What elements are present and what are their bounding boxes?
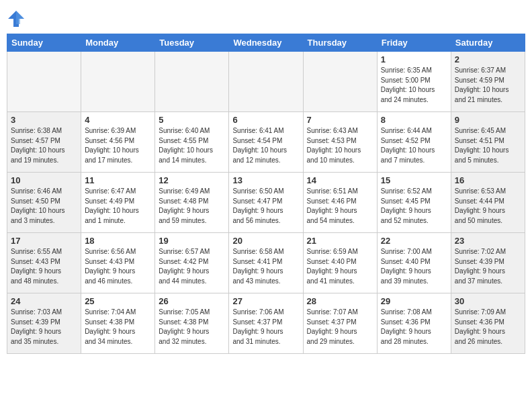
cell-info: Sunrise: 7:09 AM Sunset: 4:36 PM Dayligh… bbox=[455, 308, 521, 347]
cell-info: Sunrise: 6:43 AM Sunset: 4:53 PM Dayligh… bbox=[307, 126, 373, 165]
day-number: 30 bbox=[455, 296, 521, 306]
day-number: 11 bbox=[85, 175, 151, 185]
table-row: 17Sunrise: 6:55 AM Sunset: 4:43 PM Dayli… bbox=[7, 233, 81, 293]
calendar-week-0: 1Sunrise: 6:35 AM Sunset: 5:00 PM Daylig… bbox=[7, 52, 525, 112]
day-number: 13 bbox=[232, 175, 299, 185]
cell-info: Sunrise: 6:44 AM Sunset: 4:52 PM Dayligh… bbox=[381, 126, 447, 165]
page-header bbox=[7, 7, 525, 28]
cell-info: Sunrise: 6:51 AM Sunset: 4:46 PM Dayligh… bbox=[307, 187, 373, 226]
day-number: 3 bbox=[11, 115, 77, 125]
cell-info: Sunrise: 6:49 AM Sunset: 4:48 PM Dayligh… bbox=[159, 187, 225, 226]
day-number: 27 bbox=[232, 296, 299, 306]
table-row bbox=[7, 52, 81, 112]
cell-info: Sunrise: 6:53 AM Sunset: 4:44 PM Dayligh… bbox=[455, 187, 521, 226]
day-number: 10 bbox=[11, 175, 77, 185]
table-row: 14Sunrise: 6:51 AM Sunset: 4:46 PM Dayli… bbox=[303, 173, 377, 233]
logo bbox=[7, 9, 28, 28]
cell-info: Sunrise: 6:45 AM Sunset: 4:51 PM Dayligh… bbox=[455, 126, 521, 165]
day-number: 1 bbox=[381, 54, 447, 64]
table-row: 23Sunrise: 7:02 AM Sunset: 4:39 PM Dayli… bbox=[451, 233, 525, 293]
day-number: 14 bbox=[307, 175, 373, 185]
day-header-wednesday: Wednesday bbox=[229, 34, 303, 52]
calendar-week-4: 24Sunrise: 7:03 AM Sunset: 4:39 PM Dayli… bbox=[7, 293, 525, 354]
day-header-saturday: Saturday bbox=[451, 34, 525, 52]
table-row bbox=[229, 52, 303, 112]
table-row: 7Sunrise: 6:43 AM Sunset: 4:53 PM Daylig… bbox=[303, 112, 377, 173]
day-number: 2 bbox=[455, 54, 521, 64]
day-number: 7 bbox=[307, 115, 373, 125]
day-number: 16 bbox=[455, 175, 521, 185]
day-header-thursday: Thursday bbox=[303, 34, 377, 52]
day-header-tuesday: Tuesday bbox=[155, 34, 229, 52]
cell-info: Sunrise: 6:38 AM Sunset: 4:57 PM Dayligh… bbox=[11, 126, 77, 165]
table-row: 8Sunrise: 6:44 AM Sunset: 4:52 PM Daylig… bbox=[377, 112, 451, 173]
day-number: 4 bbox=[85, 115, 151, 125]
table-row: 24Sunrise: 7:03 AM Sunset: 4:39 PM Dayli… bbox=[7, 293, 81, 354]
day-number: 24 bbox=[11, 296, 77, 306]
table-row: 28Sunrise: 7:07 AM Sunset: 4:37 PM Dayli… bbox=[303, 293, 377, 354]
day-number: 26 bbox=[159, 296, 225, 306]
table-row: 4Sunrise: 6:39 AM Sunset: 4:56 PM Daylig… bbox=[81, 112, 155, 173]
cell-info: Sunrise: 6:37 AM Sunset: 4:59 PM Dayligh… bbox=[455, 66, 521, 105]
table-row: 9Sunrise: 6:45 AM Sunset: 4:51 PM Daylig… bbox=[451, 112, 525, 173]
calendar-body: 1Sunrise: 6:35 AM Sunset: 5:00 PM Daylig… bbox=[7, 52, 525, 354]
table-row: 22Sunrise: 7:00 AM Sunset: 4:40 PM Dayli… bbox=[377, 233, 451, 293]
cell-info: Sunrise: 6:47 AM Sunset: 4:49 PM Dayligh… bbox=[85, 187, 151, 226]
day-number: 25 bbox=[85, 296, 151, 306]
table-row: 25Sunrise: 7:04 AM Sunset: 4:38 PM Dayli… bbox=[81, 293, 155, 354]
table-row: 26Sunrise: 7:05 AM Sunset: 4:38 PM Dayli… bbox=[155, 293, 229, 354]
calendar-week-3: 17Sunrise: 6:55 AM Sunset: 4:43 PM Dayli… bbox=[7, 233, 525, 293]
cell-info: Sunrise: 6:41 AM Sunset: 4:54 PM Dayligh… bbox=[232, 126, 299, 165]
calendar-header: SundayMondayTuesdayWednesdayThursdayFrid… bbox=[7, 34, 525, 52]
table-row: 6Sunrise: 6:41 AM Sunset: 4:54 PM Daylig… bbox=[229, 112, 303, 173]
day-number: 6 bbox=[232, 115, 299, 125]
day-header-sunday: Sunday bbox=[7, 34, 81, 52]
cell-info: Sunrise: 6:55 AM Sunset: 4:43 PM Dayligh… bbox=[11, 247, 77, 286]
cell-info: Sunrise: 7:07 AM Sunset: 4:37 PM Dayligh… bbox=[307, 308, 373, 347]
table-row: 1Sunrise: 6:35 AM Sunset: 5:00 PM Daylig… bbox=[377, 52, 451, 112]
cell-info: Sunrise: 7:02 AM Sunset: 4:39 PM Dayligh… bbox=[455, 247, 521, 286]
cell-info: Sunrise: 6:40 AM Sunset: 4:55 PM Dayligh… bbox=[159, 126, 225, 165]
day-number: 12 bbox=[159, 175, 225, 185]
day-number: 5 bbox=[159, 115, 225, 125]
table-row: 21Sunrise: 6:59 AM Sunset: 4:40 PM Dayli… bbox=[303, 233, 377, 293]
table-row: 30Sunrise: 7:09 AM Sunset: 4:36 PM Dayli… bbox=[451, 293, 525, 354]
table-row: 5Sunrise: 6:40 AM Sunset: 4:55 PM Daylig… bbox=[155, 112, 229, 173]
table-row: 13Sunrise: 6:50 AM Sunset: 4:47 PM Dayli… bbox=[229, 173, 303, 233]
cell-info: Sunrise: 7:05 AM Sunset: 4:38 PM Dayligh… bbox=[159, 308, 225, 347]
calendar-week-1: 3Sunrise: 6:38 AM Sunset: 4:57 PM Daylig… bbox=[7, 112, 525, 173]
calendar-week-2: 10Sunrise: 6:46 AM Sunset: 4:50 PM Dayli… bbox=[7, 173, 525, 233]
day-number: 20 bbox=[232, 236, 299, 246]
cell-info: Sunrise: 6:52 AM Sunset: 4:45 PM Dayligh… bbox=[381, 187, 447, 226]
cell-info: Sunrise: 7:08 AM Sunset: 4:36 PM Dayligh… bbox=[381, 308, 447, 347]
calendar-table: SundayMondayTuesdayWednesdayThursdayFrid… bbox=[7, 34, 525, 354]
day-number: 22 bbox=[381, 236, 447, 246]
day-number: 23 bbox=[455, 236, 521, 246]
table-row bbox=[155, 52, 229, 112]
cell-info: Sunrise: 6:58 AM Sunset: 4:41 PM Dayligh… bbox=[232, 247, 299, 286]
table-row: 20Sunrise: 6:58 AM Sunset: 4:41 PM Dayli… bbox=[229, 233, 303, 293]
table-row: 29Sunrise: 7:08 AM Sunset: 4:36 PM Dayli… bbox=[377, 293, 451, 354]
cell-info: Sunrise: 6:50 AM Sunset: 4:47 PM Dayligh… bbox=[232, 187, 299, 226]
day-header-friday: Friday bbox=[377, 34, 451, 52]
cell-info: Sunrise: 6:35 AM Sunset: 5:00 PM Dayligh… bbox=[381, 66, 447, 105]
day-header-monday: Monday bbox=[81, 34, 155, 52]
logo-icon bbox=[7, 9, 26, 28]
table-row: 15Sunrise: 6:52 AM Sunset: 4:45 PM Dayli… bbox=[377, 173, 451, 233]
day-number: 28 bbox=[307, 296, 373, 306]
table-row bbox=[303, 52, 377, 112]
table-row: 27Sunrise: 7:06 AM Sunset: 4:37 PM Dayli… bbox=[229, 293, 303, 354]
cell-info: Sunrise: 7:03 AM Sunset: 4:39 PM Dayligh… bbox=[11, 308, 77, 347]
day-number: 21 bbox=[307, 236, 373, 246]
table-row: 3Sunrise: 6:38 AM Sunset: 4:57 PM Daylig… bbox=[7, 112, 81, 173]
cell-info: Sunrise: 6:57 AM Sunset: 4:42 PM Dayligh… bbox=[159, 247, 225, 286]
cell-info: Sunrise: 7:06 AM Sunset: 4:37 PM Dayligh… bbox=[232, 308, 299, 347]
day-number: 9 bbox=[455, 115, 521, 125]
table-row: 2Sunrise: 6:37 AM Sunset: 4:59 PM Daylig… bbox=[451, 52, 525, 112]
table-row: 12Sunrise: 6:49 AM Sunset: 4:48 PM Dayli… bbox=[155, 173, 229, 233]
cell-info: Sunrise: 6:59 AM Sunset: 4:40 PM Dayligh… bbox=[307, 247, 373, 286]
cell-info: Sunrise: 6:39 AM Sunset: 4:56 PM Dayligh… bbox=[85, 126, 151, 165]
svg-marker-1 bbox=[16, 11, 24, 24]
cell-info: Sunrise: 7:04 AM Sunset: 4:38 PM Dayligh… bbox=[85, 308, 151, 347]
day-number: 29 bbox=[381, 296, 447, 306]
